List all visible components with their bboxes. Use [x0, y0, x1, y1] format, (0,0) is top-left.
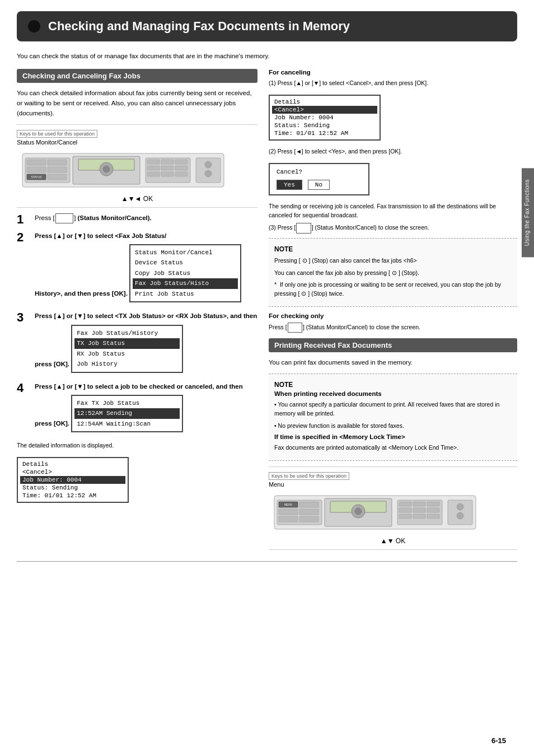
for-canceling-step2: (2) Press [◄] to select <Yes>, and then …: [269, 147, 517, 156]
content-columns: Checking and Canceling Fax Jobs You can …: [17, 69, 517, 550]
note-line-1: You can cancel the fax job also by press…: [274, 269, 512, 278]
step-4-number: 4: [17, 382, 29, 394]
status-monitor-btn-checking: [288, 323, 302, 333]
note-box-canceling: NOTE Pressing [ ⊙ ] (Stop) can also canc…: [269, 238, 517, 307]
machine-area-right: Keys to be used for this operation Menu: [269, 466, 517, 550]
lcd-details-r-4: Time: 01/01 12:52 AM: [274, 129, 375, 137]
step-1-button: [55, 213, 73, 224]
svg-rect-20: [161, 172, 174, 176]
step-2-number: 2: [17, 231, 29, 244]
svg-rect-17: [161, 166, 174, 170]
svg-point-24: [205, 170, 212, 177]
cancel-yes-button[interactable]: Yes: [277, 180, 302, 190]
cancel-dialog-title: Cancel?: [277, 169, 362, 175]
intro-text: You can check the status of or manage fa…: [17, 52, 517, 61]
cancel-dialog: Cancel? Yes No: [269, 163, 369, 195]
machine-area-left: Keys to be used for this operation Statu…: [17, 124, 257, 208]
for-checking-text: Press [ ] (Status Monitor/Cancel) to clo…: [269, 323, 517, 333]
for-canceling-header: For canceling: [269, 69, 517, 76]
lcd-details-r-3: Status: Sending: [274, 122, 375, 129]
svg-rect-21: [175, 172, 188, 176]
svg-point-23: [205, 161, 212, 168]
svg-text:MENU: MENU: [284, 503, 293, 506]
for-canceling-step1: (1) Press [▲] or [▼] to select <Cancel>,…: [269, 79, 517, 88]
when-printing-header: When printing received documents: [274, 390, 512, 397]
keys-label-right: Keys to be used for this operation: [269, 472, 349, 480]
step-3-number: 3: [17, 311, 29, 324]
lcd-box-1: Status Monitor/Cancel Device Status Copy…: [129, 244, 241, 303]
lcd-row-2-0: Fax Job Status/History: [77, 328, 177, 339]
lcd-row-4-1: <Cancel>: [22, 468, 123, 476]
svg-rect-19: [147, 172, 160, 176]
lcd-row-1-2: Copy Job Status: [135, 268, 236, 279]
side-tab: Using the Fax Functions: [522, 168, 534, 257]
lcd-row-1-0: Status Monitor/Cancel: [135, 248, 236, 258]
svg-rect-5: [48, 160, 67, 165]
svg-rect-35: [279, 516, 298, 522]
svg-rect-13: [147, 160, 160, 164]
svg-rect-42: [427, 502, 439, 506]
svg-rect-45: [427, 508, 439, 512]
machine-diagram-left: STATUS: [17, 148, 229, 193]
left-section-header: Checking and Canceling Fax Jobs: [17, 69, 257, 83]
svg-rect-18: [175, 166, 188, 170]
title-bar: Checking and Managing Fax Documents in M…: [17, 11, 517, 41]
svg-rect-4: [27, 160, 46, 165]
svg-rect-41: [413, 502, 425, 506]
lcd-row-1-1: Device Status: [135, 258, 236, 268]
cancel-note1: The sending or receiving job is canceled…: [269, 202, 517, 220]
svg-rect-43: [399, 508, 411, 512]
lcd-details-r-0: Details: [274, 98, 375, 106]
svg-rect-48: [427, 514, 439, 519]
arrow-row-left: ▲▼◄ OK: [17, 195, 257, 203]
when-printing-bullet-1: • No preview function is available for s…: [274, 422, 512, 431]
step-2-content: Press [▲] or [▼] to select <Fax Job Stat…: [35, 231, 257, 306]
machine-diagram-right: MENU: [269, 490, 481, 535]
lcd-row-3-1: 12:52AM Sending: [74, 408, 180, 419]
step-3-content: Press [▲] or [▼] to select <TX Job Statu…: [35, 311, 257, 376]
svg-rect-7: [48, 167, 67, 172]
lcd-row-4-3: Status: Sending: [22, 484, 123, 492]
keys-label-left: Keys to be used for this operation: [17, 130, 97, 138]
right-column: For canceling (1) Press [▲] or [▼] to se…: [269, 69, 517, 550]
for-canceling-step3: (3) Press [ ] (Status Monitor/Cancel) to…: [269, 223, 517, 234]
svg-rect-9: [48, 174, 67, 180]
for-checking-header: For checking only: [269, 312, 517, 319]
lcd-row-2-2: RX Job Status: [77, 349, 177, 360]
lcd-row-4-4: Time: 01/01 12:52 AM: [22, 492, 123, 500]
lcd-row-4-0: Details: [22, 460, 123, 468]
svg-rect-16: [147, 166, 160, 170]
svg-rect-44: [413, 508, 425, 512]
left-column: Checking and Canceling Fax Jobs You can …: [17, 69, 257, 550]
cancel-no-button[interactable]: No: [308, 180, 330, 190]
lcd-box-3: Fax TX Job Status 12:52AM Sending 12:54A…: [71, 395, 183, 433]
step-4: 4 Press [▲] or [▼] to select a job to be…: [17, 382, 257, 436]
svg-rect-15: [175, 160, 188, 164]
svg-rect-47: [413, 514, 425, 519]
note-label-canceling: NOTE: [274, 245, 512, 253]
svg-rect-14: [161, 160, 174, 164]
bottom-line: [17, 561, 517, 562]
printing-intro: You can print fax documents saved in the…: [269, 358, 517, 368]
page-number: 6-15: [491, 736, 506, 745]
note-label-printing: NOTE: [274, 381, 512, 389]
step-3: 3 Press [▲] or [▼] to select <TX Job Sta…: [17, 311, 257, 376]
detailed-info-label: The detailed information is displayed.: [17, 441, 257, 450]
note-line-0: Pressing [ ⊙ ] (Stop) can also cancel th…: [274, 256, 512, 265]
svg-point-50: [457, 503, 463, 510]
step-1-content: Press [ ] (Status Monitor/Cancel).: [35, 213, 257, 224]
note-box-printing: NOTE When printing received documents • …: [269, 374, 517, 461]
page: Using the Fax Functions Checking and Man…: [0, 0, 534, 756]
if-time-text: Fax documents are printed automatically …: [274, 444, 512, 452]
arrow-row-printing: ▲▼ OK: [269, 537, 517, 545]
machine-label-right: Menu: [269, 481, 517, 488]
lcd-row-1-3: Fax Job Status/Histo: [133, 278, 238, 289]
svg-point-11: [103, 166, 110, 172]
note-line-2: * If only one job is processing or waiti…: [274, 281, 512, 298]
svg-rect-46: [399, 514, 411, 519]
if-time-header: If time is specified in <Memory Lock Tim…: [274, 433, 512, 440]
lcd-box-details-right: Details <Cancel> Job Number: 0004 Status…: [269, 95, 381, 141]
svg-point-51: [457, 512, 463, 519]
lcd-row-3-0: Fax TX Job Status: [77, 398, 177, 409]
step-4-content: Press [▲] or [▼] to select a job to be c…: [35, 382, 257, 436]
